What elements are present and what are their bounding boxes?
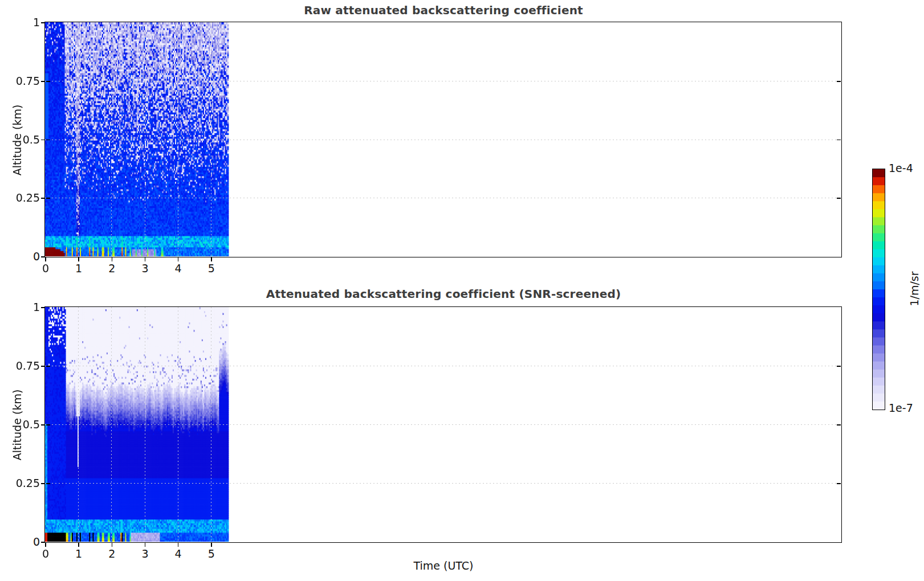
y-tick-mark-inner <box>46 483 50 484</box>
y-axis-label: Altitude (km) <box>11 104 23 175</box>
y-tick-label: 1 <box>0 16 40 28</box>
y-tick-label: 0.25 <box>0 477 40 489</box>
y-gridline <box>45 483 841 484</box>
y-tick-mark-right <box>837 140 841 141</box>
figure: Raw attenuated backscattering coefficien… <box>0 0 924 581</box>
y-tick-label: 0 <box>0 535 40 548</box>
x-tick-mark <box>78 543 79 547</box>
y-gridline <box>45 424 841 425</box>
y-tick-mark-right <box>837 366 841 367</box>
x-tick-label: 4 <box>166 262 191 275</box>
x-tick-label: 1 <box>66 262 91 275</box>
raw-heatmap-plot <box>44 22 842 257</box>
x-tick-label: 2 <box>99 547 124 560</box>
x-tick-mark <box>145 543 146 547</box>
x-tick-label: 1 <box>66 547 91 560</box>
x-tick-mark <box>78 257 79 261</box>
x-tick-mark <box>112 543 113 547</box>
y-tick-mark-inner <box>46 198 50 199</box>
x-tick-label: 3 <box>133 547 158 560</box>
y-gridline <box>45 81 841 81</box>
x-tick-label: 3 <box>133 262 158 275</box>
y-tick-mark <box>41 366 45 367</box>
y-tick-label: 0 <box>0 250 40 263</box>
x-axis-label: Time (UTC) <box>46 559 841 572</box>
colorbar-unit-label: 1/m/sr <box>908 271 921 306</box>
y-tick-mark <box>41 424 45 425</box>
y-tick-mark-inner <box>46 81 50 82</box>
colorbar <box>872 169 885 410</box>
y-tick-mark <box>41 198 45 199</box>
y-gridline <box>45 366 841 366</box>
y-tick-mark-right <box>837 424 841 425</box>
y-tick-mark-right <box>837 81 841 82</box>
x-tick-mark <box>178 257 179 261</box>
y-tick-label: 0.75 <box>0 75 40 87</box>
y-tick-label: 1 <box>0 301 40 313</box>
y-tick-mark-right <box>837 483 841 484</box>
screened-plot-title: Attenuated backscattering coefficient (S… <box>46 287 841 301</box>
raw-plot-title: Raw attenuated backscattering coefficien… <box>46 3 841 17</box>
y-gridline <box>45 140 841 140</box>
x-tick-mark <box>211 543 212 547</box>
x-tick-mark <box>178 543 179 547</box>
y-tick-mark <box>41 81 45 82</box>
y-tick-mark <box>41 307 45 308</box>
x-tick-mark <box>45 257 46 261</box>
x-tick-label: 4 <box>166 547 191 560</box>
x-tick-mark <box>112 257 113 261</box>
y-tick-mark <box>41 542 45 543</box>
y-tick-mark-inner <box>46 140 50 141</box>
y-axis-label: Altitude (km) <box>11 390 23 461</box>
y-tick-mark <box>41 140 45 141</box>
y-tick-label: 0.25 <box>0 191 40 204</box>
colorbar-max-label: 1e-4 <box>889 162 913 174</box>
y-tick-mark-right <box>837 198 841 199</box>
colorbar-min-label: 1e-7 <box>889 402 913 414</box>
x-tick-label: 2 <box>99 262 124 275</box>
x-tick-mark <box>145 257 146 261</box>
y-tick-mark-inner <box>46 366 50 367</box>
y-tick-mark-inner <box>46 424 50 425</box>
y-gridline <box>45 198 841 198</box>
x-tick-label: 0 <box>33 547 58 560</box>
x-tick-mark <box>211 257 212 261</box>
x-tick-label: 5 <box>199 547 224 560</box>
y-tick-mark <box>41 22 45 23</box>
screened-heatmap-plot <box>44 306 842 543</box>
y-tick-mark <box>41 483 45 484</box>
x-tick-label: 5 <box>199 262 224 275</box>
colorbar-gradient-canvas <box>873 169 885 410</box>
x-tick-mark <box>45 543 46 547</box>
y-tick-label: 0.75 <box>0 359 40 372</box>
y-tick-mark <box>41 256 45 257</box>
x-tick-label: 0 <box>33 262 58 275</box>
